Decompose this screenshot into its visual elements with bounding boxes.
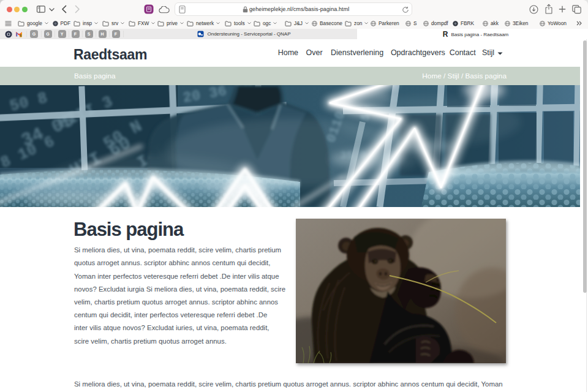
- svg-text:6: 6: [20, 34, 21, 37]
